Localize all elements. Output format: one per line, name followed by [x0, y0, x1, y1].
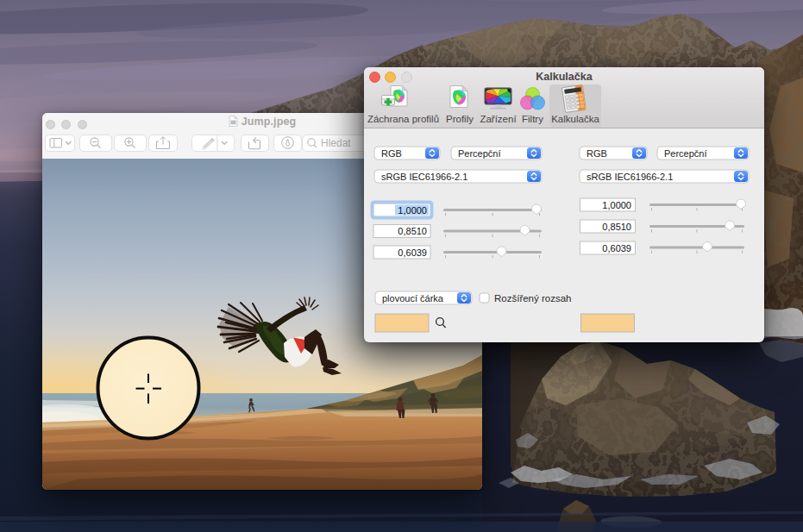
svg-text:RGB: RGB — [587, 148, 607, 159]
svg-text:0,6039: 0,6039 — [602, 243, 631, 253]
svg-text:sRGB IEC61966-2.1: sRGB IEC61966-2.1 — [381, 172, 467, 182]
svg-text:Rozšířený rozsah: Rozšířený rozsah — [494, 293, 571, 304]
svg-text:Profily: Profily — [446, 114, 474, 124]
svg-text:0,6039: 0,6039 — [398, 247, 427, 258]
svg-text:1,0000: 1,0000 — [398, 205, 427, 216]
svg-text:0,8510: 0,8510 — [602, 222, 631, 232]
svg-text:Hledat: Hledat — [321, 137, 351, 149]
svg-text:plovoucí čárka: plovoucí čárka — [382, 293, 444, 304]
svg-text:Záchrana profilů: Záchrana profilů — [367, 114, 439, 124]
svg-text:Zařízení: Zařízení — [480, 114, 517, 124]
svg-text:Percepční: Percepční — [458, 148, 501, 159]
svg-text:Filtry: Filtry — [522, 114, 543, 124]
svg-text:Percepční: Percepční — [664, 148, 707, 159]
svg-text:0,8510: 0,8510 — [398, 226, 427, 236]
svg-text:sRGB IEC61966-2.1: sRGB IEC61966-2.1 — [587, 172, 673, 182]
svg-text:RGB: RGB — [381, 148, 402, 159]
svg-text:Kalkulačka: Kalkulačka — [551, 114, 599, 124]
svg-text:1,0000: 1,0000 — [602, 200, 631, 210]
